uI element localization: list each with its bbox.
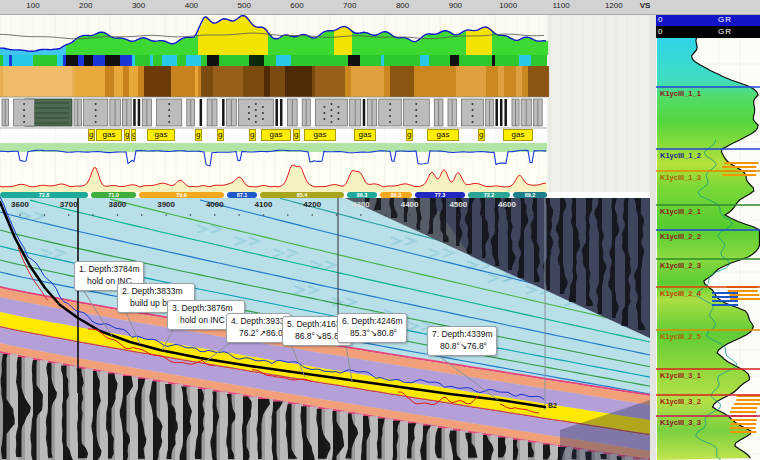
gas-interval-box: gas [427, 129, 459, 141]
depth-ruler-tick: 3900 [149, 200, 183, 209]
interval-average-value: 85.4 [260, 192, 344, 198]
annotation-depth-line: 2. Depth:3833m [122, 285, 190, 297]
gr-curve-title: GR [718, 26, 732, 38]
annotation-depth-line: 4. Depth:3933 [231, 315, 286, 327]
annotation-note-line: 85.3°↘80.8° [342, 327, 402, 339]
gas-interval-box: gas [88, 129, 95, 141]
annotation-depth-line: 7. Depth:4339m [432, 328, 492, 340]
gas-interval-box: gas [406, 129, 413, 141]
gas-interval-box: gas [249, 129, 256, 141]
gas-interval-box: gas [503, 129, 533, 141]
vs-ruler: 100200300400500600700800900100011001200V… [0, 0, 760, 15]
interval-average-value: 86.3 [347, 192, 377, 198]
vs-ruler-tick: 1100 [541, 1, 581, 10]
vs-ruler-tick: 200 [66, 1, 106, 10]
gas-interval-box: gas [131, 129, 136, 141]
interval-average-value: 79.9 [139, 192, 224, 198]
vs-ruler-tick: 400 [171, 1, 211, 10]
vs-ruler-tick: 1000 [488, 1, 528, 10]
annotation-note-line: 80.8°↘76.8° [432, 340, 492, 352]
annotation-note-line: 76.2°↗86.0° [231, 327, 286, 339]
vs-ruler-tick: 600 [277, 1, 317, 10]
formation-marker-label[interactable]: K1ycIII_1_3 [660, 173, 701, 182]
formation-marker-label[interactable]: K1ycIII_2_2 [660, 232, 701, 241]
well-correlation-app: 100200300400500600700800900100011001200V… [0, 0, 760, 460]
gas-interval-box: gas [261, 129, 291, 141]
formation-marker-label[interactable]: K1ycIII_3_2 [660, 397, 701, 406]
interval-average-value: 77.3 [415, 192, 465, 198]
vs-ruler-tick: 800 [383, 1, 423, 10]
gas-interval-box: gas [217, 129, 224, 141]
gas-interval-box: gas [96, 129, 122, 141]
depth-ruler-tick: 4400 [393, 200, 427, 209]
trajectory-annotation[interactable]: 6. Depth:4246m85.3°↘80.8° [337, 313, 407, 343]
depth-ruler-tick: 3700 [52, 200, 86, 209]
formation-marker-label[interactable]: K1ycIII_2_4 [660, 289, 701, 298]
depth-ruler-tick: 3600 [3, 200, 37, 209]
interval-average-value: 72.8 [0, 192, 88, 198]
interval-average-value: 80.3 [380, 192, 412, 198]
depth-ruler-tick: 3800 [100, 200, 134, 209]
depth-ruler-tick: 4200 [295, 200, 329, 209]
vs-ruler-tick: 900 [435, 1, 475, 10]
formation-marker-label[interactable]: K1ycIII_2_3 [660, 261, 701, 270]
gr-curve-title: GR [718, 14, 732, 26]
gas-show-track: gasgasgasgasgasgasgasgasgasgasgasgasgasg… [0, 129, 650, 142]
panel-divider [650, 14, 656, 460]
trajectory-annotation[interactable]: 7. Depth:4339m80.8°↘76.8° [427, 326, 497, 356]
main-drawing-canvas [0, 0, 760, 460]
gas-interval-box: gas [147, 129, 175, 141]
formation-marker-label[interactable]: K1ycIII_1_1 [660, 89, 701, 98]
gr-header-primary[interactable]: 0 GR [656, 14, 760, 26]
gr-scale-min: 0 [658, 26, 662, 38]
depth-ruler: 3500360037003800390040004100420043004400… [0, 198, 650, 212]
formation-marker-label[interactable]: K1ycIII_2_1 [660, 207, 701, 216]
interval-average-value: 69.2 [513, 192, 547, 198]
interval-average-value: 87.1 [227, 192, 257, 198]
interval-average-bar: 72.871.079.987.185.486.380.377.372.269.2 [0, 192, 650, 198]
interval-average-value: 72.2 [468, 192, 510, 198]
formation-marker-label[interactable]: K1ycIII_1_2 [660, 151, 701, 160]
vs-ruler-tick: 700 [330, 1, 370, 10]
annotation-depth-line: 6. Depth:4246m [342, 315, 402, 327]
gas-interval-box: gas [293, 129, 300, 141]
formation-marker-label[interactable]: K1ycIII_3_3 [660, 418, 701, 427]
formation-marker-label[interactable]: K1ycIII_3_1 [660, 371, 701, 380]
gas-interval-box: gas [195, 129, 202, 141]
gr-header-secondary[interactable]: 0 GR [656, 26, 760, 38]
annotation-depth-line: 1. Depth:3784m [79, 263, 139, 275]
vs-ruler-unit: VS [625, 1, 665, 10]
gas-interval-box: gas [354, 129, 376, 141]
vs-ruler-tick: 300 [119, 1, 159, 10]
gas-interval-box: gas [124, 129, 130, 141]
vs-ruler-tick: 500 [224, 1, 264, 10]
depth-ruler-tick: 4600 [490, 200, 524, 209]
gas-interval-box: gas [478, 129, 485, 141]
formation-marker-label[interactable]: K1ycIII_2_5 [660, 332, 701, 341]
depth-ruler-tick: 4100 [247, 200, 281, 209]
interval-average-value: 71.0 [91, 192, 136, 198]
depth-ruler-tick: 4300 [344, 200, 378, 209]
gas-interval-box: gas [304, 129, 336, 141]
vs-ruler-tick: 100 [13, 1, 53, 10]
trajectory-end-label: B2 [548, 402, 557, 409]
depth-ruler-tick: 4000 [198, 200, 232, 209]
gr-scale-min: 0 [658, 14, 662, 26]
depth-ruler-tick: 4500 [441, 200, 475, 209]
